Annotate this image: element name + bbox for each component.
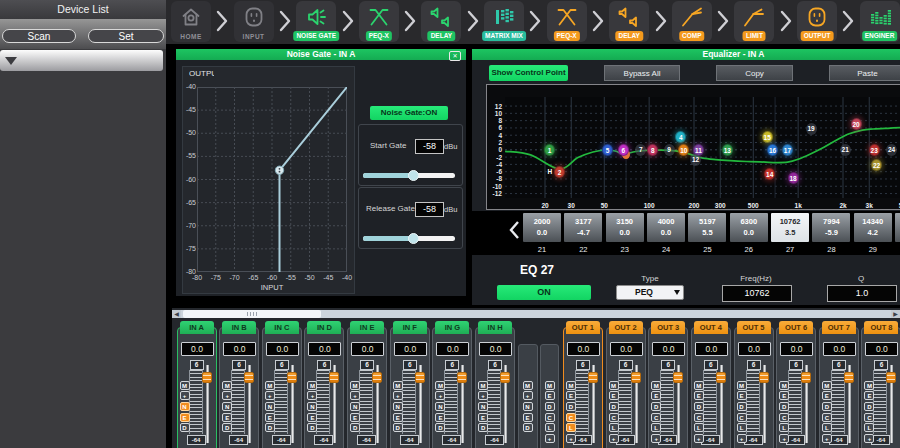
noise-gate-on-button[interactable]: Noise Gate:ON — [370, 106, 448, 120]
channel-button-l[interactable]: L — [566, 423, 576, 432]
channel-button-d[interactable]: D — [350, 423, 360, 432]
channel-button-e[interactable]: E — [864, 391, 874, 400]
channel-button-e[interactable]: E — [350, 413, 360, 422]
channel-button-m[interactable]: M — [609, 381, 619, 390]
channel-strip-in-g[interactable]: IN G0.06-64M+NED — [432, 327, 472, 448]
channel-strip-out-4[interactable]: OUT 40.06-64MEDCL+ — [691, 327, 731, 448]
channel-button-d[interactable]: D — [651, 402, 661, 411]
channel-button-d[interactable]: D — [478, 423, 488, 432]
channel-value[interactable]: 0.0 — [436, 342, 469, 356]
channel-strip-out-1[interactable]: OUT 10.06-64MEDCL+ — [563, 327, 603, 448]
channel-button-m[interactable]: M — [350, 381, 360, 390]
band-cell-27[interactable]: 107623.5 — [771, 213, 809, 242]
fader-handle[interactable] — [673, 372, 683, 383]
channel-button-n[interactable]: N — [307, 402, 317, 411]
channel-button-e[interactable]: E — [609, 391, 619, 400]
channel-value[interactable]: 0.0 — [823, 342, 856, 356]
channel-value[interactable]: 0.0 — [567, 342, 600, 356]
fader-handle[interactable] — [372, 372, 382, 383]
channel-button-c[interactable]: C — [609, 413, 619, 422]
channel-button-+[interactable]: + — [393, 391, 403, 400]
eq-control-point-24[interactable]: 24 — [886, 144, 897, 156]
channel-button-e[interactable]: E — [393, 413, 403, 422]
close-icon[interactable]: ✕ — [449, 51, 461, 61]
eq-control-point-5[interactable]: 5 — [602, 144, 613, 156]
channel-button-m[interactable]: M — [651, 381, 661, 390]
equalizer-graph[interactable]: 121086420-2-4-6-8-10-1220305010020030050… — [486, 84, 900, 210]
channel-button-+[interactable]: + — [609, 434, 619, 443]
channel-button-+[interactable]: + — [566, 434, 576, 443]
band-cell-28[interactable]: 7994-5.9 — [812, 213, 850, 242]
band-cell-partial[interactable] — [895, 213, 900, 242]
channel-button-c[interactable]: C — [779, 413, 789, 422]
channel-button-+[interactable]: + — [864, 434, 874, 443]
channel-strip-out-7[interactable]: OUT 70.06-64MEDCL+ — [819, 327, 859, 448]
channel-button-d[interactable]: D — [566, 402, 576, 411]
slider-thumb-handle[interactable] — [408, 170, 419, 181]
fader-handle[interactable] — [202, 372, 212, 383]
param-value-field[interactable]: -58 — [415, 139, 444, 154]
fader-handle[interactable] — [329, 372, 339, 383]
master-button-e[interactable]: E — [523, 413, 533, 422]
eq-control-point-15[interactable]: 15 — [762, 131, 773, 143]
channel-button-d[interactable]: D — [609, 402, 619, 411]
master-button-m[interactable]: M — [545, 381, 555, 390]
channel-button-n[interactable]: N — [478, 402, 488, 411]
master-button-n[interactable]: N — [523, 402, 533, 411]
channel-value[interactable]: 0.0 — [695, 342, 728, 356]
master-button-l[interactable]: L — [545, 423, 555, 432]
channel-value[interactable]: 0.0 — [266, 342, 299, 356]
channel-button-n[interactable]: N — [222, 402, 232, 411]
fader-handle[interactable] — [886, 372, 896, 383]
master-strip-2[interactable]: MEDCL+ — [540, 344, 559, 448]
channel-button-l[interactable]: L — [609, 423, 619, 432]
type-select[interactable]: PEQ — [616, 285, 684, 300]
band-cell-25[interactable]: 51975.5 — [688, 213, 726, 242]
channel-button-e[interactable]: E — [222, 413, 232, 422]
channel-button-d[interactable]: D — [864, 402, 874, 411]
band-cell-26[interactable]: 63000.0 — [730, 213, 768, 242]
eq-control-point-19[interactable]: 19 — [806, 123, 817, 135]
fader-handle[interactable] — [716, 372, 726, 383]
toolbar-item-peq-x[interactable]: PEQ-X — [547, 1, 587, 42]
channel-button-+[interactable]: + — [478, 391, 488, 400]
band-cell-23[interactable]: 31500.0 — [606, 213, 644, 242]
master-button-m[interactable]: M — [523, 381, 533, 390]
channel-button-l[interactable]: L — [822, 423, 832, 432]
param-value-field[interactable]: -58 — [415, 202, 444, 217]
channel-strip-in-e[interactable]: IN E0.06-64M+NED — [347, 327, 387, 448]
channel-button-e[interactable]: E — [737, 391, 747, 400]
channel-button-c[interactable]: C — [737, 413, 747, 422]
scroll-left-icon[interactable]: ◀ — [172, 310, 181, 318]
scroll-right-icon[interactable]: ▶ — [891, 310, 900, 318]
fader-handle[interactable] — [588, 372, 598, 383]
channel-strip-in-h[interactable]: IN H0.06-64M+NED — [475, 327, 515, 448]
toolbar-item-comp[interactable]: COMP — [672, 1, 712, 42]
channel-button-l[interactable]: L — [864, 423, 874, 432]
toolbar-item-limit[interactable]: LIMIT — [734, 1, 774, 42]
channel-strip-in-a[interactable]: IN A0.06-64M+NED — [177, 327, 217, 448]
channel-button-e[interactable]: E — [180, 413, 190, 422]
channel-button-d[interactable]: D — [737, 402, 747, 411]
fader-handle[interactable] — [500, 372, 510, 383]
channel-button-+[interactable]: + — [350, 391, 360, 400]
channel-button-d[interactable]: D — [694, 402, 704, 411]
channel-button-m[interactable]: M — [694, 381, 704, 390]
channel-button-c[interactable]: C — [694, 413, 704, 422]
channel-button-e[interactable]: E — [265, 413, 275, 422]
fader-handle[interactable] — [244, 372, 254, 383]
fader-handle[interactable] — [759, 372, 769, 383]
channel-button-+[interactable]: + — [222, 391, 232, 400]
toolbar-item-matrix-mix[interactable]: MATRIX MIX — [484, 1, 524, 42]
mixer-scrollbar[interactable]: ◀ ▶ — [172, 310, 900, 318]
eq-control-point-6[interactable]: 6 — [618, 144, 629, 156]
channel-button-+[interactable]: + — [435, 391, 445, 400]
toolbar-item-home[interactable]: HOME — [171, 1, 211, 42]
channel-button-m[interactable]: M — [478, 381, 488, 390]
channel-button-+[interactable]: + — [265, 391, 275, 400]
scan-button[interactable]: Scan — [2, 29, 76, 43]
channel-button-m[interactable]: M — [864, 381, 874, 390]
channel-button-l[interactable]: L — [779, 423, 789, 432]
channel-button-d[interactable]: D — [779, 402, 789, 411]
channel-value[interactable]: 0.0 — [865, 342, 898, 356]
